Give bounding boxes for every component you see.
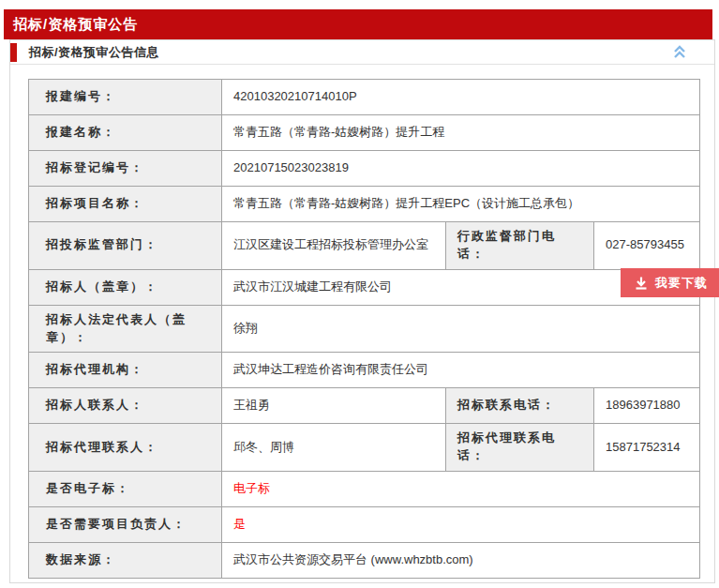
field-value: 徐翔 — [222, 305, 700, 353]
table-row: 招标人（盖章）： 武汉市江汉城建工程有限公司 — [29, 269, 700, 305]
table-row: 数据来源： 武汉市公共资源交易平台 (www.whzbtb.com) — [29, 543, 700, 579]
table-row: 是否电子标： 电子标 — [29, 472, 700, 507]
table-row: 报建编号： 42010320210714010P — [29, 80, 700, 115]
field-value: 15871752314 — [594, 424, 700, 472]
section-header: 招标/资格预审公告信息 — [10, 40, 714, 65]
field-value: 王祖勇 — [222, 388, 446, 424]
field-value: 常青五路（常青路-姑嫂树路）提升工程EPC（设计施工总承包） — [222, 187, 700, 222]
field-label: 招标人法定代表人（盖章）： — [29, 305, 222, 353]
table-row: 是否需要项目负责人： 是 — [29, 507, 700, 543]
field-value: 江汉区建设工程招标投标管理办公室 — [222, 222, 446, 270]
table-row: 招标人法定代表人（盖章）： 徐翔 — [29, 305, 700, 353]
page-title: 招标/资格预审公告 — [4, 9, 712, 39]
field-value: 武汉坤达工程造价咨询有限责任公司 — [222, 353, 700, 388]
field-label: 招标人联系人： — [29, 388, 222, 424]
table-row: 报建名称： 常青五路（常青路-姑嫂树路）提升工程 — [29, 115, 700, 151]
field-label: 是否需要项目负责人： — [29, 507, 222, 543]
field-label: 报建编号： — [29, 80, 222, 115]
accent-bar — [10, 43, 17, 62]
field-value: 邱冬、周博 — [222, 424, 446, 472]
field-label: 招标联系电话： — [446, 388, 594, 424]
field-label: 报建名称： — [29, 115, 222, 151]
field-label: 招投标监管部门： — [29, 222, 222, 270]
field-label: 招标代理联系电话： — [446, 424, 594, 472]
section-title: 招标/资格预审公告信息 — [29, 44, 159, 61]
field-label: 招标登记编号： — [29, 151, 222, 187]
field-value: 20210715023023819 — [222, 151, 700, 187]
field-label: 招标代理机构： — [29, 353, 222, 388]
download-icon — [634, 276, 649, 291]
download-button-label: 我要下载 — [655, 275, 708, 292]
field-value: 常青五路（常青路-姑嫂树路）提升工程 — [222, 115, 700, 151]
field-value: 武汉市公共资源交易平台 (www.whzbtb.com) — [222, 543, 700, 579]
table-row: 招标登记编号： 20210715023023819 — [29, 151, 700, 187]
announcement-info-table: 报建编号： 42010320210714010P 报建名称： 常青五路（常青路-… — [28, 79, 700, 579]
field-label: 行政监督部门电话： — [446, 222, 594, 270]
collapse-chevron-double-up-icon[interactable] — [671, 43, 688, 64]
table-row: 招投标监管部门： 江汉区建设工程招标投标管理办公室 行政监督部门电话： 027-… — [29, 222, 700, 270]
table-row: 招标代理联系人： 邱冬、周博 招标代理联系电话： 15871752314 — [29, 424, 700, 472]
field-value: 18963971880 — [594, 388, 700, 424]
download-button[interactable]: 我要下载 — [621, 268, 719, 297]
field-value: 027-85793455 — [594, 222, 700, 270]
announcement-panel: 招标/资格预审公告信息 报建编号： 42010320210714010P 报建名… — [9, 39, 715, 583]
field-label: 数据来源： — [29, 543, 222, 579]
field-value-highlight: 电子标 — [222, 472, 700, 507]
field-label: 招标项目名称： — [29, 187, 222, 222]
table-row: 招标项目名称： 常青五路（常青路-姑嫂树路）提升工程EPC（设计施工总承包） — [29, 187, 700, 222]
field-label: 招标人（盖章）： — [29, 269, 222, 305]
field-value: 42010320210714010P — [222, 80, 700, 115]
tender-announcement-page: 招标/资格预审公告 招标/资格预审公告信息 报建编号： 420103202107… — [0, 0, 719, 588]
field-label: 是否电子标： — [29, 472, 222, 507]
field-label: 招标代理联系人： — [29, 424, 222, 472]
field-value-highlight: 是 — [222, 507, 700, 543]
table-row: 招标代理机构： 武汉坤达工程造价咨询有限责任公司 — [29, 353, 700, 388]
table-row: 招标人联系人： 王祖勇 招标联系电话： 18963971880 — [29, 388, 700, 424]
